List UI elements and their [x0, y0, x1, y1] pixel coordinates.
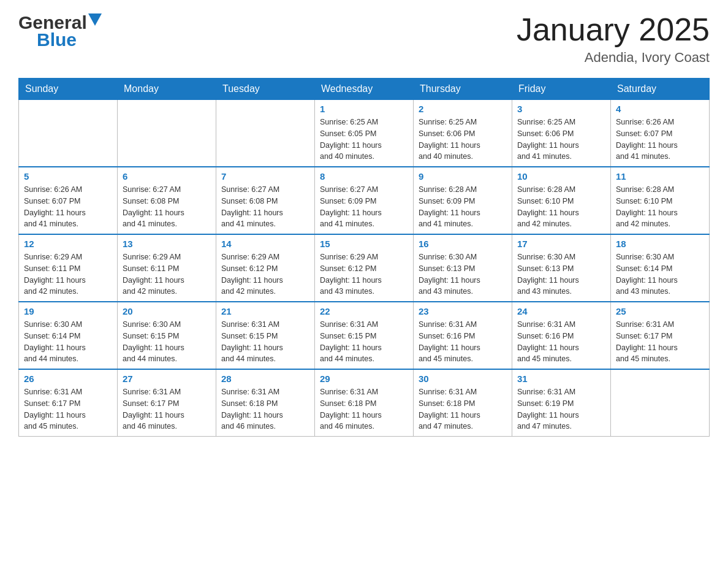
day-info: Sunrise: 6:30 AMSunset: 6:13 PMDaylight:… — [517, 251, 605, 297]
header-sunday: Sunday — [19, 79, 118, 100]
calendar-cell: 10Sunrise: 6:28 AMSunset: 6:10 PMDayligh… — [512, 167, 611, 234]
calendar-cell: 22Sunrise: 6:31 AMSunset: 6:15 PMDayligh… — [315, 302, 414, 369]
day-info: Sunrise: 6:29 AMSunset: 6:11 PMDaylight:… — [123, 251, 211, 297]
calendar-cell — [19, 100, 118, 167]
day-number: 17 — [517, 239, 605, 249]
header-friday: Friday — [512, 79, 611, 100]
day-number: 27 — [123, 373, 211, 384]
day-info: Sunrise: 6:29 AMSunset: 6:11 PMDaylight:… — [24, 251, 112, 297]
day-number: 28 — [221, 373, 309, 384]
title-block: January 2025 Adendia, Ivory Coast — [517, 12, 710, 66]
calendar-cell: 19Sunrise: 6:30 AMSunset: 6:14 PMDayligh… — [19, 302, 118, 369]
day-number: 10 — [517, 171, 605, 182]
calendar-cell: 6Sunrise: 6:27 AMSunset: 6:08 PMDaylight… — [118, 167, 216, 234]
calendar-cell — [611, 369, 710, 437]
day-info: Sunrise: 6:29 AMSunset: 6:12 PMDaylight:… — [320, 251, 408, 297]
day-info: Sunrise: 6:31 AMSunset: 6:17 PMDaylight:… — [123, 386, 211, 432]
calendar-week-row: 12Sunrise: 6:29 AMSunset: 6:11 PMDayligh… — [19, 234, 710, 302]
day-number: 20 — [123, 306, 211, 316]
day-info: Sunrise: 6:28 AMSunset: 6:10 PMDaylight:… — [616, 184, 704, 230]
calendar-cell: 25Sunrise: 6:31 AMSunset: 6:17 PMDayligh… — [611, 302, 710, 369]
calendar-cell: 24Sunrise: 6:31 AMSunset: 6:16 PMDayligh… — [512, 302, 611, 369]
calendar-week-row: 5Sunrise: 6:26 AMSunset: 6:07 PMDaylight… — [19, 167, 710, 234]
day-info: Sunrise: 6:31 AMSunset: 6:15 PMDaylight:… — [320, 319, 408, 365]
day-number: 1 — [320, 104, 408, 114]
day-number: 19 — [24, 306, 112, 316]
svg-marker-0 — [88, 13, 102, 26]
day-number: 11 — [616, 171, 704, 182]
calendar-cell: 2Sunrise: 6:25 AMSunset: 6:06 PMDaylight… — [414, 100, 512, 167]
day-info: Sunrise: 6:30 AMSunset: 6:14 PMDaylight:… — [616, 251, 704, 297]
day-number: 7 — [221, 171, 309, 182]
header-wednesday: Wednesday — [315, 79, 414, 100]
day-number: 4 — [616, 104, 704, 114]
day-number: 26 — [24, 373, 112, 384]
day-number: 29 — [320, 373, 408, 384]
day-info: Sunrise: 6:28 AMSunset: 6:10 PMDaylight:… — [517, 184, 605, 230]
header-tuesday: Tuesday — [216, 79, 315, 100]
day-number: 30 — [419, 373, 507, 384]
day-number: 18 — [616, 239, 704, 249]
day-info: Sunrise: 6:26 AMSunset: 6:07 PMDaylight:… — [616, 117, 704, 163]
day-info: Sunrise: 6:25 AMSunset: 6:06 PMDaylight:… — [517, 117, 605, 163]
day-info: Sunrise: 6:31 AMSunset: 6:18 PMDaylight:… — [320, 386, 408, 432]
day-info: Sunrise: 6:27 AMSunset: 6:08 PMDaylight:… — [221, 184, 309, 230]
calendar-week-row: 19Sunrise: 6:30 AMSunset: 6:14 PMDayligh… — [19, 302, 710, 369]
calendar-week-row: 26Sunrise: 6:31 AMSunset: 6:17 PMDayligh… — [19, 369, 710, 437]
day-number: 25 — [616, 306, 704, 316]
calendar-cell: 31Sunrise: 6:31 AMSunset: 6:19 PMDayligh… — [512, 369, 611, 437]
location: Adendia, Ivory Coast — [517, 50, 710, 66]
day-info: Sunrise: 6:31 AMSunset: 6:18 PMDaylight:… — [419, 386, 507, 432]
calendar-cell: 29Sunrise: 6:31 AMSunset: 6:18 PMDayligh… — [315, 369, 414, 437]
day-info: Sunrise: 6:25 AMSunset: 6:05 PMDaylight:… — [320, 117, 408, 163]
logo-triangle-icon — [88, 13, 102, 26]
calendar-cell: 20Sunrise: 6:30 AMSunset: 6:15 PMDayligh… — [118, 302, 216, 369]
calendar-cell: 14Sunrise: 6:29 AMSunset: 6:12 PMDayligh… — [216, 234, 315, 302]
calendar-cell — [118, 100, 216, 167]
day-info: Sunrise: 6:31 AMSunset: 6:15 PMDaylight:… — [221, 319, 309, 365]
calendar-cell: 8Sunrise: 6:27 AMSunset: 6:09 PMDaylight… — [315, 167, 414, 234]
calendar-cell: 9Sunrise: 6:28 AMSunset: 6:09 PMDaylight… — [414, 167, 512, 234]
day-info: Sunrise: 6:30 AMSunset: 6:15 PMDaylight:… — [123, 319, 211, 365]
day-number: 24 — [517, 306, 605, 316]
calendar-cell — [216, 100, 315, 167]
calendar-cell: 28Sunrise: 6:31 AMSunset: 6:18 PMDayligh… — [216, 369, 315, 437]
day-number: 9 — [419, 171, 507, 182]
day-info: Sunrise: 6:30 AMSunset: 6:14 PMDaylight:… — [24, 319, 112, 365]
day-number: 8 — [320, 171, 408, 182]
day-number: 21 — [221, 306, 309, 316]
calendar-cell: 11Sunrise: 6:28 AMSunset: 6:10 PMDayligh… — [611, 167, 710, 234]
day-number: 14 — [221, 239, 309, 249]
day-info: Sunrise: 6:31 AMSunset: 6:18 PMDaylight:… — [221, 386, 309, 432]
day-info: Sunrise: 6:31 AMSunset: 6:16 PMDaylight:… — [517, 319, 605, 365]
day-info: Sunrise: 6:31 AMSunset: 6:17 PMDaylight:… — [616, 319, 704, 365]
calendar-cell: 27Sunrise: 6:31 AMSunset: 6:17 PMDayligh… — [118, 369, 216, 437]
day-info: Sunrise: 6:31 AMSunset: 6:17 PMDaylight:… — [24, 386, 112, 432]
calendar-cell: 30Sunrise: 6:31 AMSunset: 6:18 PMDayligh… — [414, 369, 512, 437]
day-info: Sunrise: 6:27 AMSunset: 6:08 PMDaylight:… — [123, 184, 211, 230]
day-number: 3 — [517, 104, 605, 114]
day-info: Sunrise: 6:31 AMSunset: 6:19 PMDaylight:… — [517, 386, 605, 432]
day-number: 22 — [320, 306, 408, 316]
calendar-cell: 18Sunrise: 6:30 AMSunset: 6:14 PMDayligh… — [611, 234, 710, 302]
day-number: 31 — [517, 373, 605, 384]
calendar-week-row: 1Sunrise: 6:25 AMSunset: 6:05 PMDaylight… — [19, 100, 710, 167]
day-number: 23 — [419, 306, 507, 316]
day-info: Sunrise: 6:25 AMSunset: 6:06 PMDaylight:… — [419, 117, 507, 163]
calendar-header-row: SundayMondayTuesdayWednesdayThursdayFrid… — [19, 79, 710, 100]
day-number: 2 — [419, 104, 507, 114]
calendar-cell: 26Sunrise: 6:31 AMSunset: 6:17 PMDayligh… — [19, 369, 118, 437]
calendar-cell: 13Sunrise: 6:29 AMSunset: 6:11 PMDayligh… — [118, 234, 216, 302]
day-number: 16 — [419, 239, 507, 249]
header-saturday: Saturday — [611, 79, 710, 100]
calendar-cell: 1Sunrise: 6:25 AMSunset: 6:05 PMDaylight… — [315, 100, 414, 167]
day-info: Sunrise: 6:31 AMSunset: 6:16 PMDaylight:… — [419, 319, 507, 365]
calendar-cell: 16Sunrise: 6:30 AMSunset: 6:13 PMDayligh… — [414, 234, 512, 302]
day-info: Sunrise: 6:29 AMSunset: 6:12 PMDaylight:… — [221, 251, 309, 297]
header-thursday: Thursday — [414, 79, 512, 100]
calendar-cell: 5Sunrise: 6:26 AMSunset: 6:07 PMDaylight… — [19, 167, 118, 234]
header-monday: Monday — [118, 79, 216, 100]
day-info: Sunrise: 6:26 AMSunset: 6:07 PMDaylight:… — [24, 184, 112, 230]
day-number: 5 — [24, 171, 112, 182]
calendar-cell: 21Sunrise: 6:31 AMSunset: 6:15 PMDayligh… — [216, 302, 315, 369]
